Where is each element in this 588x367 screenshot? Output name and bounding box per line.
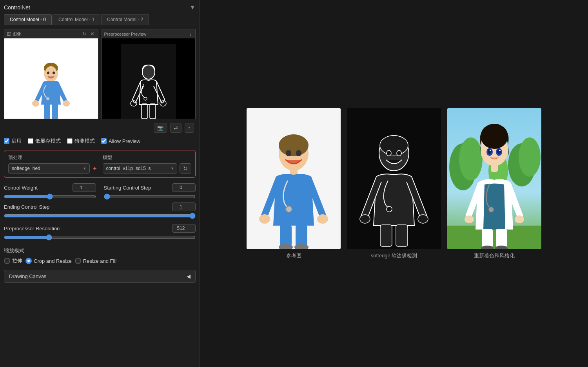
upload-button[interactable]: ↑ <box>185 123 194 133</box>
svg-point-39 <box>380 136 408 155</box>
result-images: 参考图 <box>247 108 541 259</box>
ending-step-input[interactable] <box>172 202 196 211</box>
tab-bar: Control Model - 0 Control Model - 1 Cont… <box>4 14 196 25</box>
refresh-source-button[interactable]: ↻ <box>81 31 88 37</box>
svg-point-42 <box>360 215 370 223</box>
svg-point-43 <box>418 215 428 223</box>
source-image-panel: 🖼 图像 ↻ ✕ <box>4 29 98 119</box>
preview-image-display <box>102 38 196 119</box>
svg-rect-33 <box>280 225 292 246</box>
preprocessor-select-wrapper: softedge_hed <box>8 163 90 174</box>
download-preview-button[interactable]: ↓ <box>188 31 193 37</box>
svg-rect-62 <box>491 164 498 172</box>
scale-crop-radio[interactable] <box>25 258 32 264</box>
starting-step-input[interactable] <box>172 183 196 192</box>
preview-panel-label: Preprocessor Preview <box>104 32 147 36</box>
drawing-canvas-section[interactable]: Drawing Canvas ◀ <box>4 270 196 283</box>
svg-point-58 <box>488 148 492 154</box>
svg-point-5 <box>53 72 55 74</box>
svg-point-61 <box>499 150 501 151</box>
drawing-canvas-arrow-icon: ◀ <box>187 273 191 279</box>
controlnet-title: ControlNet <box>4 4 30 11</box>
scale-fill-option[interactable]: Resize and Fill <box>75 258 116 264</box>
right-panel: 参考图 <box>200 0 588 367</box>
svg-point-51 <box>519 137 541 177</box>
svg-rect-45 <box>380 225 392 246</box>
scale-mode-section: 缩放模式 拉伸 Crop and Resize Resize and Fill <box>4 247 196 264</box>
enable-checkbox[interactable]: 启用 <box>4 137 22 145</box>
starting-step-label: Starting Control Step <box>104 185 159 191</box>
ending-step-header: Ending Control Step <box>4 202 196 211</box>
camera-button[interactable]: 📷 <box>154 123 167 133</box>
tab-control-model-1[interactable]: Control Model - 1 <box>53 14 100 25</box>
scale-crop-option[interactable]: Crop and Resize <box>25 258 72 264</box>
svg-rect-34 <box>296 225 307 246</box>
svg-point-4 <box>47 72 49 74</box>
svg-rect-10 <box>52 104 58 119</box>
source-panel-label: 图像 <box>13 31 21 37</box>
anime-image-svg <box>447 108 541 249</box>
svg-rect-46 <box>396 225 408 246</box>
control-weight-slider[interactable] <box>4 193 96 200</box>
scale-options: 拉伸 Crop and Resize Resize and Fill <box>4 257 196 264</box>
scale-stretch-radio[interactable] <box>4 258 10 264</box>
svg-point-32 <box>286 206 292 212</box>
allow-preview-checkbox[interactable]: Allow Preview <box>101 138 140 144</box>
svg-point-65 <box>488 207 494 212</box>
svg-rect-67 <box>496 229 507 248</box>
model-select-wrapper: control_v11p_sd15_s <box>103 163 178 174</box>
collapse-arrow-icon[interactable]: ▼ <box>189 4 196 11</box>
tab-control-model-2[interactable]: Control Model - 2 <box>101 14 149 25</box>
anime-label: 重新着色和风格化 <box>474 252 515 259</box>
ending-step-slider[interactable] <box>4 213 196 219</box>
preprocessor-select[interactable]: softedge_hed <box>8 163 90 174</box>
reference-label: 参考图 <box>286 252 301 259</box>
preview-panel-controls: ↓ <box>188 31 193 37</box>
svg-point-44 <box>387 206 392 212</box>
svg-point-28 <box>296 150 301 156</box>
preproc-res-slider[interactable] <box>4 234 196 240</box>
swap-button[interactable]: ⇄ <box>170 123 181 133</box>
control-weight-item: Control Weight <box>4 183 96 201</box>
svg-point-7 <box>63 100 70 107</box>
low-memory-input[interactable] <box>28 138 33 144</box>
reference-image <box>247 108 341 249</box>
guess-mode-checkbox[interactable]: 猜测模式 <box>67 137 95 145</box>
anime-image <box>447 108 541 249</box>
svg-point-27 <box>286 150 291 156</box>
svg-point-55 <box>481 124 508 149</box>
preproc-res-input[interactable] <box>172 224 196 233</box>
low-memory-checkbox[interactable]: 低显存模式 <box>28 137 61 145</box>
checkbox-row: 启用 低显存模式 猜测模式 Allow Preview <box>4 137 196 145</box>
tab-control-model-0[interactable]: Control Model - 0 <box>4 14 52 25</box>
scale-stretch-label: 拉伸 <box>12 257 22 264</box>
model-refresh-button[interactable]: ↻ <box>180 163 191 174</box>
starting-step-header: Starting Control Step <box>104 183 196 192</box>
edge-image <box>347 108 441 249</box>
control-weight-input[interactable] <box>73 183 96 192</box>
close-source-button[interactable]: ✕ <box>89 31 96 37</box>
starting-step-slider[interactable] <box>104 193 196 200</box>
model-row: 预处理 softedge_hed ✦ 模型 <box>8 154 191 174</box>
svg-point-63 <box>465 215 474 223</box>
enable-input[interactable] <box>4 138 9 144</box>
result-item-reference: 参考图 <box>247 108 341 259</box>
svg-point-8 <box>46 97 49 100</box>
source-image-display[interactable] <box>4 38 98 119</box>
result-item-edge: softedge 软边缘检测 <box>347 108 441 259</box>
preprocessor-select-row: softedge_hed ✦ <box>8 163 97 174</box>
ending-step-label: Ending Control Step <box>4 204 59 210</box>
svg-point-30 <box>259 214 270 224</box>
svg-rect-13 <box>121 44 176 119</box>
scale-fill-radio[interactable] <box>75 258 81 264</box>
allow-preview-input[interactable] <box>101 138 107 144</box>
guess-mode-input[interactable] <box>67 138 73 144</box>
scale-mode-label: 缩放模式 <box>4 247 196 254</box>
model-select[interactable]: control_v11p_sd15_s <box>103 163 178 174</box>
preproc-res-header: Preprocessor Resolution <box>4 224 196 233</box>
control-weight-header: Control Weight <box>4 183 96 192</box>
ending-control-step-section: Ending Control Step <box>4 202 196 220</box>
svg-point-41 <box>397 150 401 156</box>
svg-rect-9 <box>44 104 50 119</box>
scale-stretch-option[interactable]: 拉伸 <box>4 257 22 264</box>
